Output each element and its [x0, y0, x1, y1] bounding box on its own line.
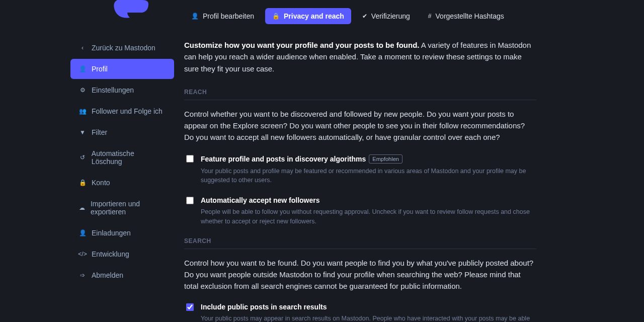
user-icon: 👤: [78, 65, 87, 72]
sidebar-item-label: Konto: [92, 179, 110, 187]
recommended-badge: Empfohlen: [369, 154, 403, 164]
setting-feature-discovery: Feature profile and posts in discovery a…: [184, 154, 536, 186]
tab-label: Verifizierung: [371, 12, 410, 20]
feature-discovery-checkbox[interactable]: [186, 155, 194, 163]
auto-accept-checkbox[interactable]: [186, 197, 194, 204]
sidebar-item-label: Einladungen: [92, 229, 131, 237]
sidebar-item-follower[interactable]: 👥 Follower und Folge ich: [70, 101, 174, 121]
auto-accept-hint: People will be able to follow you withou…: [201, 207, 536, 226]
sidebar-item-label: Automatische Löschung: [92, 149, 166, 166]
tab-verification[interactable]: ✔ Verifizierung: [355, 8, 417, 24]
tab-label: Vorgestellte Hashtags: [436, 12, 504, 20]
user-icon: 👤: [191, 13, 199, 20]
mastodon-logo: [112, 0, 152, 20]
lock-icon: 🔒: [78, 179, 87, 186]
feature-discovery-hint: Your public posts and profile may be fea…: [201, 167, 536, 186]
public-posts-search-checkbox[interactable]: [186, 303, 194, 311]
sidebar-item-filter[interactable]: ▼ Filter: [70, 122, 174, 142]
tab-featured-hashtags[interactable]: # Vorgestellte Hashtags: [421, 8, 511, 24]
sidebar-item-label: Einstellungen: [92, 86, 134, 94]
sidebar-item-import[interactable]: ☁ Importieren und exportieren: [70, 194, 174, 222]
sidebar-item-label: Follower und Folge ich: [92, 107, 163, 115]
tab-edit-profile[interactable]: 👤 Profil bearbeiten: [184, 8, 261, 24]
sidebar-item-label: Entwicklung: [92, 250, 129, 258]
chevron-left-icon: ‹: [78, 44, 87, 51]
hashtag-icon: #: [428, 13, 432, 20]
sidebar: ‹ Zurück zu Mastodon 👤 Profil ⚙ Einstell…: [0, 0, 174, 322]
cloud-icon: ☁: [78, 204, 86, 211]
sidebar-item-label: Filter: [92, 128, 107, 136]
user-plus-icon: 👤: [78, 229, 87, 236]
search-section-header: SEARCH: [184, 237, 536, 249]
filter-icon: ▼: [78, 129, 87, 136]
public-posts-search-label: Include public posts in search results: [201, 303, 327, 311]
profile-tabs: 👤 Profil bearbeiten 🔒 Privacy and reach …: [184, 8, 536, 24]
check-icon: ✔: [362, 13, 367, 20]
users-icon: 👥: [78, 108, 87, 115]
sidebar-back-label: Zurück zu Mastodon: [92, 44, 155, 52]
sidebar-item-konto[interactable]: 🔒 Konto: [70, 173, 174, 193]
reach-section-header: REACH: [184, 89, 536, 100]
main-content: 👤 Profil bearbeiten 🔒 Privacy and reach …: [174, 0, 546, 322]
sidebar-item-label: Abmelden: [92, 271, 123, 279]
sidebar-back[interactable]: ‹ Zurück zu Mastodon: [70, 38, 174, 58]
auto-accept-label: Automatically accept new followers: [201, 196, 320, 204]
sidebar-item-autodelete[interactable]: ↺ Automatische Löschung: [70, 143, 174, 172]
sidebar-item-abmelden[interactable]: ➩ Abmelden: [70, 265, 174, 285]
public-posts-search-hint: Your public posts may appear in search r…: [201, 314, 536, 322]
feature-discovery-label: Feature profile and posts in discovery a…: [201, 155, 366, 163]
intro-text: Customize how you want your profile and …: [184, 39, 536, 74]
tab-label: Privacy and reach: [284, 12, 344, 20]
logout-icon: ➩: [78, 272, 87, 279]
tab-label: Profil bearbeiten: [203, 12, 254, 20]
logo-area: [70, 0, 174, 23]
intro-bold: Customize how you want your profile and …: [184, 41, 420, 49]
sidebar-item-einstellungen[interactable]: ⚙ Einstellungen: [70, 80, 174, 100]
sidebar-item-label: Profil: [92, 65, 108, 73]
sidebar-item-profil[interactable]: 👤 Profil: [70, 59, 174, 79]
tab-privacy-reach[interactable]: 🔒 Privacy and reach: [265, 8, 351, 24]
reach-description: Control whether you want to be discovere…: [184, 108, 536, 143]
gear-icon: ⚙: [78, 87, 87, 94]
sidebar-item-entwicklung[interactable]: </> Entwicklung: [70, 244, 174, 264]
sidebar-nav: ‹ Zurück zu Mastodon 👤 Profil ⚙ Einstell…: [70, 38, 174, 285]
sidebar-item-einladungen[interactable]: 👤 Einladungen: [70, 223, 174, 243]
setting-public-posts-search: Include public posts in search results Y…: [184, 303, 536, 322]
code-icon: </>: [78, 251, 87, 258]
sidebar-item-label: Importieren und exportieren: [91, 200, 166, 216]
lock-icon: 🔒: [272, 13, 280, 20]
setting-auto-accept: Automatically accept new followers Peopl…: [184, 196, 536, 226]
history-icon: ↺: [78, 154, 87, 161]
search-description: Control how you want to be found. Do you…: [184, 257, 536, 292]
